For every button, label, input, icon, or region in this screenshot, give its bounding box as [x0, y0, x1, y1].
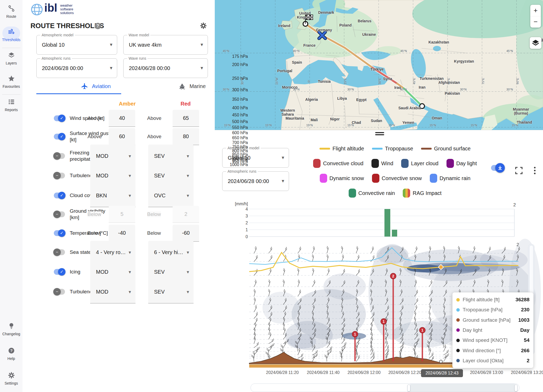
- red-severity-select[interactable]: SEV▼: [148, 164, 194, 187]
- sidebar: RouteThresholdsLayersFavouritesReportsCh…: [0, 0, 23, 392]
- download-icon: [497, 165, 503, 171]
- toggle-off[interactable]: −: [54, 249, 65, 255]
- select-wave-runs[interactable]: Wave runs2024/06/28 00:00▼: [123, 58, 208, 78]
- legend-item-dynamic-rain[interactable]: Dynamic rain: [430, 174, 471, 183]
- sidebar-item-reports[interactable]: Reports: [0, 98, 23, 112]
- map-country-label: Mali: [310, 118, 318, 122]
- map-country-label: Afghanistan: [439, 81, 460, 85]
- toggle-off[interactable]: −: [54, 173, 65, 178]
- weather-viewer: United KingdomIrelandDenmarkPolandBelaru…: [215, 0, 543, 392]
- toggle-off[interactable]: −: [54, 289, 65, 295]
- sidebar-item-changelog[interactable]: Changelog: [0, 322, 23, 336]
- toggle-on[interactable]: ✓: [54, 193, 65, 198]
- help-badge-icon[interactable]: ?: [95, 23, 101, 29]
- toggle-on[interactable]: ✓: [54, 230, 65, 236]
- toggle-off[interactable]: −: [54, 153, 65, 159]
- red-value-input[interactable]: 65: [173, 110, 199, 127]
- amber-severity-select[interactable]: BKN▼: [90, 184, 135, 207]
- red-severity-select[interactable]: OVC▼: [148, 184, 194, 207]
- chevron-down-icon: ▼: [128, 173, 132, 178]
- legend-item-wind[interactable]: Wind: [371, 159, 393, 168]
- gear-icon: [0, 372, 23, 380]
- route-map[interactable]: United KingdomIrelandDenmarkPolandBelaru…: [215, 0, 543, 130]
- toggle-on[interactable]: ✓: [54, 115, 65, 121]
- panel-resize-handle[interactable]: [375, 132, 384, 135]
- pressure-label: 450 hPa: [219, 113, 248, 117]
- threshold-row: −Ground visibility [km]Below5Below2: [30, 205, 213, 224]
- slider-handle-right[interactable]: [514, 385, 518, 391]
- legend-swatch: [313, 159, 321, 168]
- map-layers-button[interactable]: [530, 37, 541, 49]
- legend-item-convective-cloud[interactable]: Convective cloud: [313, 159, 363, 168]
- panel-settings-gear-icon[interactable]: [200, 22, 207, 31]
- comparator-label: Below: [87, 211, 101, 217]
- chart-menu-kebab[interactable]: [531, 166, 539, 176]
- sidebar-item-route[interactable]: Route: [0, 5, 23, 19]
- zoom-out-button[interactable]: −: [530, 16, 541, 28]
- legend-item-tropopause[interactable]: Tropopause: [372, 146, 413, 152]
- map-zoom-control: + −: [530, 5, 541, 28]
- chevron-down-icon: ▼: [128, 290, 132, 294]
- graticule-label: 15°N: [430, 124, 436, 127]
- legend-item-flight-altitude[interactable]: Flight altitude: [319, 146, 364, 152]
- series-dot: [456, 328, 460, 332]
- select-atmospheric-model[interactable]: Atmospheric modelGlobal 10▼: [36, 35, 117, 55]
- viewer-select-atmospheric-runs[interactable]: Atmospheric runs2024/06/28 00:00▼: [222, 171, 289, 191]
- pressure-label: 300 hPa: [219, 88, 248, 92]
- map-labels: United KingdomIrelandDenmarkPolandBelaru…: [215, 0, 543, 130]
- map-country-label: Yemen: [402, 121, 414, 125]
- chevron-down-icon: ▼: [128, 154, 132, 158]
- sidebar-item-settings[interactable]: Settings: [0, 372, 23, 385]
- legend-row: Convective cloudWindLayer cloudDay light: [305, 156, 485, 171]
- sidebar-item-layers[interactable]: Layers: [0, 51, 23, 65]
- red-value-input[interactable]: 80: [173, 128, 199, 145]
- tab-aviation[interactable]: Aviation: [59, 83, 133, 90]
- map-country-label: Libya: [337, 97, 347, 101]
- amber-severity-select[interactable]: MOD▼: [90, 280, 135, 303]
- red-value-input[interactable]: 2: [173, 206, 199, 223]
- layers-icon: [530, 37, 541, 49]
- legend-item-day-light[interactable]: Day light: [446, 159, 477, 168]
- slider-handle-left[interactable]: [407, 385, 410, 391]
- select-atmospheric-runs[interactable]: Atmospheric runs2024/06/28 00:00▼: [36, 58, 117, 78]
- map-country-label: Turkmenistan: [420, 77, 444, 81]
- amber-value-input[interactable]: 40: [109, 110, 135, 127]
- legend-item-dynamic-snow[interactable]: Dynamic snow: [320, 174, 364, 183]
- legend-item-layer-cloud[interactable]: Layer cloud: [401, 159, 438, 168]
- toggle-off[interactable]: −: [54, 211, 65, 217]
- graticule-label: 45°N: [506, 49, 513, 53]
- amber-value-input[interactable]: -40: [109, 225, 135, 242]
- chevron-down-icon: ▼: [186, 193, 190, 198]
- time-range-slider[interactable]: [251, 384, 519, 392]
- sidebar-item-help[interactable]: ?Help: [0, 347, 23, 361]
- precip-right-axis-label: 2: [513, 202, 516, 208]
- amber-severity-select[interactable]: MOD▼: [90, 164, 135, 187]
- red-value-input[interactable]: -60: [173, 225, 199, 242]
- time-axis-label: 2024/06/28 12:00: [341, 370, 387, 375]
- select-wave-model[interactable]: Wave modelUK wave 4km▼: [123, 35, 208, 55]
- toggle-on[interactable]: ✓: [54, 269, 65, 275]
- pressure-label: 600 hPa: [219, 130, 248, 135]
- red-severity-select[interactable]: SEV▼: [148, 280, 194, 303]
- fullscreen-button[interactable]: [515, 167, 523, 176]
- chevron-down-icon: ▼: [186, 290, 190, 294]
- amber-severity-select[interactable]: MOD▼: [90, 260, 135, 284]
- comparator-label: Above: [87, 115, 102, 121]
- zoom-in-button[interactable]: +: [530, 5, 541, 16]
- amber-value-input[interactable]: 60: [109, 128, 135, 145]
- sidebar-item-favourites[interactable]: Favourites: [0, 75, 23, 89]
- amber-value-input[interactable]: 5: [109, 206, 135, 223]
- comparator-label: Below: [87, 230, 101, 236]
- graticule-label: 75°E: [481, 78, 485, 84]
- chevron-down-icon: ▼: [200, 42, 204, 47]
- legend-item-ground-surface[interactable]: Ground surface: [421, 146, 471, 152]
- sidebar-item-thresholds[interactable]: Thresholds: [0, 28, 23, 42]
- fullscreen-icon: [515, 167, 523, 175]
- precip-unit-label: [mm/h]: [217, 202, 248, 206]
- graticule-label: 30°E: [378, 78, 381, 84]
- legend-item-convective-snow[interactable]: Convective snow: [372, 174, 422, 183]
- toggle-on[interactable]: ✓: [54, 134, 65, 140]
- download-toggle[interactable]: [491, 165, 503, 171]
- red-severity-select[interactable]: SEV▼: [148, 260, 194, 284]
- chevron-down-icon: ▼: [281, 179, 285, 184]
